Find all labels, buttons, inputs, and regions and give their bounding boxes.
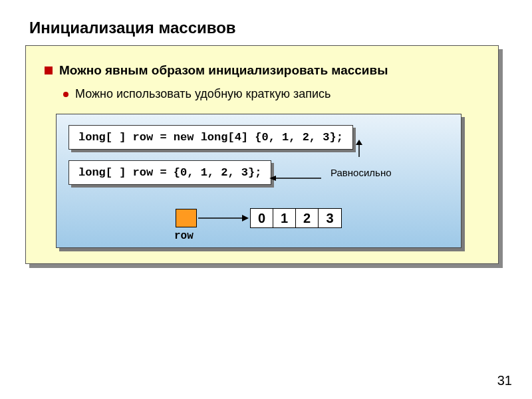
sub-bullet-item: Можно использовать удобную краткую запис…	[63, 87, 479, 101]
array-cell: 1	[273, 209, 296, 227]
code-panel: long[ ] row = new long[4] {0, 1, 2, 3}; …	[56, 114, 462, 248]
slide-title: Инициализация массивов	[29, 19, 503, 37]
reference-box	[176, 209, 197, 227]
code-box-shadow: long[ ] row = new long[4] {0, 1, 2, 3};	[71, 128, 356, 152]
array-cell: 3	[319, 209, 341, 227]
row-variable-label: row	[174, 230, 194, 242]
arrow-equiv-up	[352, 140, 366, 158]
arrow-reference	[197, 213, 250, 223]
code-row-2: long[ ] row = {0, 1, 2, 3}; Равносильно	[71, 163, 449, 188]
code-line-1: long[ ] row = new long[4] {0, 1, 2, 3};	[68, 125, 353, 150]
code-panel-shadow: long[ ] row = new long[4] {0, 1, 2, 3}; …	[59, 117, 465, 251]
code-row-1: long[ ] row = new long[4] {0, 1, 2, 3};	[71, 128, 449, 152]
array-cell: 0	[251, 209, 273, 227]
array-cell: 2	[296, 209, 319, 227]
svg-marker-1	[356, 140, 362, 145]
code-box-shadow: long[ ] row = {0, 1, 2, 3};	[71, 163, 274, 188]
arrow-equiv-left	[269, 174, 323, 182]
array-table: 0 1 2 3	[250, 208, 342, 228]
dot-bullet-icon	[63, 92, 68, 97]
sub-bullet-text: Можно использовать удобную краткую запис…	[75, 87, 331, 101]
content-panel: Можно явным образом инициализировать мас…	[25, 45, 499, 264]
bullet-text: Можно явным образом инициализировать мас…	[59, 63, 388, 78]
array-diagram: row 0 1 2 3	[68, 198, 449, 238]
square-bullet-icon	[45, 66, 53, 74]
equivalent-label: Равносильно	[331, 167, 392, 178]
svg-marker-3	[269, 176, 276, 181]
page-number: 31	[497, 373, 512, 388]
bullet-item: Можно явным образом инициализировать мас…	[45, 63, 479, 78]
content-panel-shadow: Можно явным образом инициализировать мас…	[29, 49, 503, 268]
svg-marker-5	[242, 215, 249, 221]
code-line-2: long[ ] row = {0, 1, 2, 3};	[68, 160, 271, 185]
